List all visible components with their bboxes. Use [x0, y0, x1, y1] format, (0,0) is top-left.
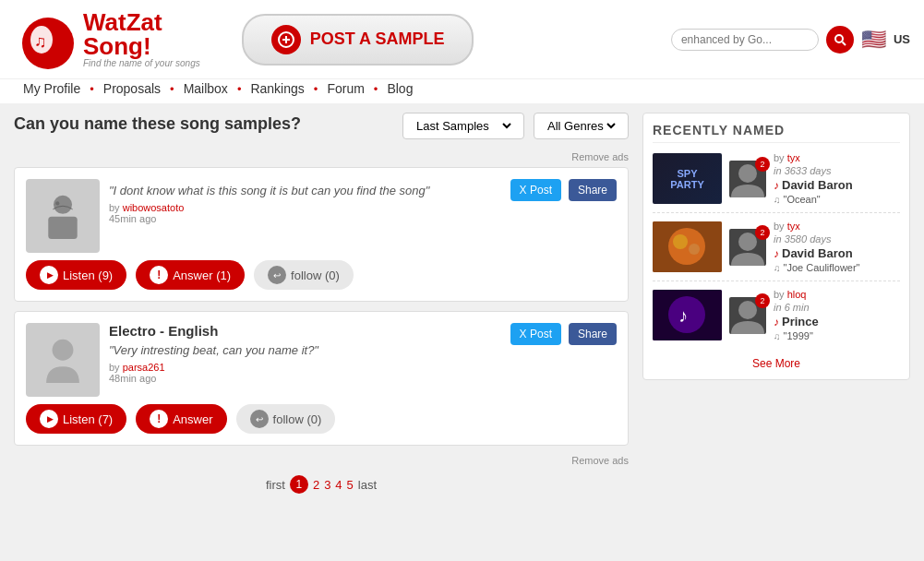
nav-bar: My Profile • Proposals • Mailbox • Ranki… — [0, 79, 924, 103]
logo-song: Song! — [83, 34, 200, 58]
answer-label: Answer (1) — [173, 269, 231, 282]
rn-item: ♪ 2 by hloq in 6 min Prince "1999" — [653, 289, 900, 349]
time-ago: 48min ago — [109, 373, 156, 384]
play-icon — [40, 266, 58, 284]
see-more: See More — [653, 356, 900, 370]
follow-button[interactable]: follow (0) — [254, 260, 354, 290]
page-3[interactable]: 3 — [324, 478, 330, 492]
nav-blog[interactable]: Blog — [378, 81, 422, 96]
badge: 2 — [755, 293, 770, 308]
nav-mailbox[interactable]: Mailbox — [174, 81, 237, 96]
svg-point-11 — [53, 340, 74, 361]
food-image — [653, 221, 722, 272]
answer-button[interactable]: Answer — [136, 404, 226, 434]
page-title: Can you name these song samples? — [14, 114, 301, 134]
nav-my-profile[interactable]: My Profile — [14, 81, 90, 96]
play-icon — [40, 410, 58, 428]
rn-user-area: by hloq in 6 min Prince "1999" — [774, 289, 819, 341]
prince-image: ♪ — [653, 290, 722, 340]
flag-icon: 🇺🇸 — [861, 28, 886, 52]
svg-point-6 — [835, 35, 843, 42]
see-more-link[interactable]: See More — [752, 357, 800, 370]
post-button-label: POST A SAMPLE — [310, 30, 445, 49]
sample-card: "I dont know what is this song it is but… — [14, 167, 629, 302]
nav-forum[interactable]: Forum — [318, 81, 373, 96]
logo[interactable]: ♫ WatZat Song! Find the name of your son… — [14, 5, 200, 74]
main-nav: My Profile • Proposals • Mailbox • Ranki… — [14, 81, 910, 96]
svg-point-14 — [668, 228, 705, 265]
listen-button[interactable]: Listen (7) — [26, 404, 126, 434]
header-right: 🇺🇸 US — [671, 26, 910, 54]
listen-button[interactable]: Listen (9) — [26, 260, 126, 290]
genre-filter[interactable]: All Genres Pop Rock Electronic — [534, 113, 629, 139]
page-first[interactable]: first — [266, 478, 285, 492]
alert-icon — [150, 266, 168, 284]
card-buttons: Listen (7) Answer follow (0) — [26, 404, 617, 434]
rn-avatar-wrapper: 2 — [729, 161, 766, 197]
card-body: "I dont know what is this song it is but… — [109, 179, 510, 253]
follow-label: follow (0) — [273, 412, 322, 426]
nav-proposals[interactable]: Proposals — [94, 81, 170, 96]
badge: 2 — [755, 157, 770, 172]
svg-point-21 — [738, 301, 757, 319]
nav-rankings[interactable]: Rankings — [241, 81, 313, 96]
user-link[interactable]: parsa261 — [123, 362, 165, 373]
share-button[interactable]: Share — [569, 179, 617, 201]
rn-by: by hloq — [774, 289, 819, 300]
user-link[interactable]: wibowosatoto — [123, 202, 185, 213]
svg-rect-9 — [48, 217, 77, 239]
rn-artist: David Baron — [774, 178, 853, 192]
listen-label: Listen (7) — [63, 412, 113, 426]
post-icon — [271, 25, 301, 54]
card-user: by parsa261 48min ago — [109, 362, 510, 384]
rn-song: "Ocean" — [774, 194, 853, 205]
post-sample-button[interactable]: POST A SAMPLE — [242, 14, 474, 66]
search-button[interactable] — [826, 26, 854, 54]
card-quote: "I dont know what is this song it is but… — [109, 184, 510, 197]
avatar — [26, 179, 100, 253]
time-ago: 45min ago — [109, 213, 156, 224]
answer-button[interactable]: Answer (1) — [136, 260, 245, 290]
page-1[interactable]: 1 — [290, 475, 308, 494]
sort-select[interactable]: Last Samples Most Listened Most Answered — [413, 118, 514, 134]
search-input[interactable] — [671, 29, 819, 51]
recently-named-title: RECENTLY NAMED — [653, 123, 900, 143]
filters: Last Samples Most Listened Most Answered… — [402, 113, 629, 139]
follow-button[interactable]: follow (0) — [236, 404, 336, 434]
rn-user-area: by tyx in 3580 days David Baron "Joe Cau… — [774, 221, 860, 273]
listen-label: Listen (9) — [63, 269, 113, 282]
right-panel: RECENTLY NAMED SPYPARTY 2 by tyx in 3633 — [642, 113, 910, 498]
page-2[interactable]: 2 — [313, 478, 319, 492]
card-body: Electro - English "Very intresting beat,… — [109, 323, 510, 397]
remove-ads-bottom[interactable]: Remove ads — [14, 455, 629, 466]
rn-by: by tyx — [774, 152, 853, 163]
remove-ads-top[interactable]: Remove ads — [14, 151, 629, 162]
page-5[interactable]: 5 — [347, 478, 354, 492]
card-quote: "Very intresting beat, can you name it?" — [109, 343, 510, 357]
sample-card: Electro - English "Very intresting beat,… — [14, 311, 629, 446]
svg-text:♫: ♫ — [34, 32, 47, 51]
rn-thumb: ♪ — [653, 290, 722, 340]
svg-point-16 — [689, 244, 700, 255]
rn-user-link[interactable]: tyx — [787, 152, 800, 163]
card-buttons: Listen (9) Answer (1) follow (0) — [26, 260, 617, 290]
rn-avatar-wrapper: 2 — [729, 229, 766, 266]
follow-label: follow (0) — [291, 269, 340, 282]
rn-user-link[interactable]: hloq — [787, 289, 807, 300]
rn-days: in 3580 days — [774, 233, 860, 245]
page-4[interactable]: 4 — [335, 478, 342, 492]
answer-label: Answer — [173, 412, 212, 426]
share-button[interactable]: Share — [569, 323, 617, 345]
sort-filter[interactable]: Last Samples Most Listened Most Answered — [402, 113, 524, 139]
xpost-button[interactable]: X Post — [510, 323, 561, 345]
page-last[interactable]: last — [358, 478, 377, 492]
genre-select[interactable]: All Genres Pop Rock Electronic — [544, 118, 618, 134]
rn-thumb: SPYPARTY — [653, 153, 722, 204]
lang-label: US — [894, 32, 910, 46]
xpost-button[interactable]: X Post — [510, 179, 561, 201]
svg-line-7 — [842, 42, 846, 45]
rn-item: SPYPARTY 2 by tyx in 3633 days David Bar… — [653, 152, 900, 213]
rn-days: in 3633 days — [774, 165, 853, 176]
card-user: by wibowosatoto 45min ago — [109, 202, 510, 224]
rn-user-link[interactable]: tyx — [787, 221, 800, 232]
